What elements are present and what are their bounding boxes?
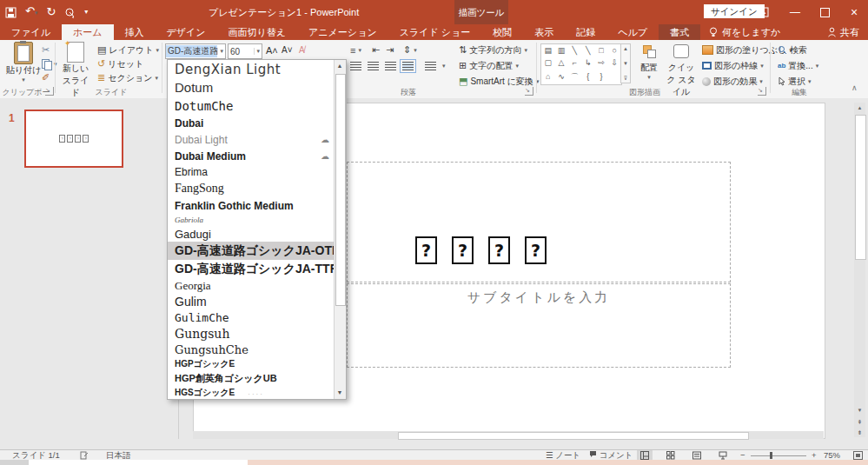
clear-formatting-button[interactable]: A̸ xyxy=(299,43,305,56)
scrollbar-thumb[interactable] xyxy=(335,74,346,306)
arrange-button[interactable]: 配置 ▾ xyxy=(634,42,664,81)
font-size-dropdown-arrow[interactable]: ▾ xyxy=(254,48,262,55)
font-list-item[interactable]: DengXian Light xyxy=(168,60,335,78)
share-button[interactable]: 共有 xyxy=(827,24,859,40)
decrease-indent-button[interactable]: ⇤ xyxy=(372,43,380,56)
line-spacing-button[interactable]: ⇕▾ xyxy=(403,43,417,56)
shape-icon[interactable]: } xyxy=(600,72,602,81)
gallery-more-icon[interactable]: ⊽ xyxy=(624,75,627,81)
shape-icon[interactable]: □ xyxy=(599,46,603,55)
align-text-button[interactable]: ⊞文字の配置▾ xyxy=(459,59,519,72)
shape-icon[interactable]: ╲ xyxy=(586,46,590,55)
font-list-item[interactable]: Gungsuh xyxy=(168,326,335,342)
tell-me-box[interactable]: 何をしますか xyxy=(700,24,789,40)
font-size-combobox[interactable]: 60 ▾ xyxy=(228,43,262,59)
font-list-item[interactable]: HGP創英角ゴシックUB xyxy=(168,371,335,386)
shape-effects-button[interactable]: 図形の効果▾ xyxy=(702,75,763,88)
increase-indent-button[interactable]: ⇥ xyxy=(386,43,394,56)
shrink-font-button[interactable]: A˅ xyxy=(282,43,293,56)
ribbon-tab[interactable]: ファイル xyxy=(0,24,62,40)
cut-button[interactable]: ✂ xyxy=(42,43,50,56)
ribbon-tab[interactable]: 画面切り替え xyxy=(217,24,298,40)
font-list-item[interactable]: DotumChe xyxy=(168,96,335,115)
shape-icon[interactable]: ╲ xyxy=(573,46,577,55)
minimize-button[interactable]: — xyxy=(784,0,806,24)
section-button[interactable]: ≣セクション▾ xyxy=(97,71,158,84)
shape-icon[interactable]: ○ xyxy=(613,46,617,55)
ribbon-tab[interactable]: デザイン xyxy=(156,24,217,40)
accessibility-checker-icon[interactable] xyxy=(80,450,89,460)
zoom-slider-handle[interactable] xyxy=(770,452,772,459)
font-list-item[interactable]: Franklin Gothic Medium xyxy=(168,197,335,214)
font-list-item[interactable]: Dubai Medium ☁ xyxy=(168,148,335,164)
shape-icon[interactable]: △ xyxy=(559,58,565,67)
numbering-button[interactable]: ≡▾ xyxy=(350,43,361,56)
align-right-button[interactable] xyxy=(385,62,396,70)
zoom-slider-track[interactable] xyxy=(751,455,806,456)
shape-icon[interactable]: ⌐ xyxy=(573,58,577,67)
scrollbar-up-icon[interactable]: ▲ xyxy=(335,60,345,72)
close-button[interactable]: × xyxy=(843,0,865,24)
drawing-dialog-launcher[interactable]: ↘ xyxy=(758,87,766,96)
ribbon-tab[interactable]: 挿入 xyxy=(114,24,156,40)
font-list-item[interactable]: Dotum xyxy=(168,78,335,96)
paragraph-dialog-launcher[interactable]: ↘ xyxy=(525,87,533,96)
gallery-up-icon[interactable]: ▲ xyxy=(623,46,628,51)
fit-to-window-button[interactable] xyxy=(853,450,863,460)
horizontal-scroll-thumb[interactable] xyxy=(398,432,749,440)
paste-button[interactable]: 貼り付け ▾ xyxy=(5,42,42,83)
redo-icon[interactable]: ↻ xyxy=(46,0,56,24)
undo-icon[interactable]: ↶▾ xyxy=(25,0,37,25)
layout-button[interactable]: ▤レイアウト▾ xyxy=(97,43,159,56)
font-list-item[interactable]: Georgia xyxy=(168,278,335,294)
ribbon-tab[interactable]: 記録 xyxy=(565,24,606,40)
font-list-item[interactable]: Ebrima xyxy=(168,164,335,180)
font-list-item[interactable]: GulimChe xyxy=(168,309,335,326)
ribbon-tab[interactable]: ホーム xyxy=(62,24,114,40)
font-list-item[interactable]: FangSong xyxy=(168,180,335,197)
font-list-item[interactable]: Gadugi xyxy=(168,226,335,242)
subtitle-placeholder[interactable]: サブタイトルを入力 xyxy=(347,283,731,368)
font-list-item[interactable]: GungsuhChe xyxy=(168,342,335,357)
font-list-item[interactable]: Gulim xyxy=(168,294,335,309)
font-list-item[interactable]: Dubai xyxy=(168,115,335,131)
ribbon-tab[interactable]: 書式 xyxy=(659,24,700,40)
justify-button[interactable] xyxy=(402,62,414,70)
ribbon-tab[interactable]: ヘルプ xyxy=(606,24,659,40)
shape-icon[interactable]: ∿ xyxy=(558,72,565,81)
ribbon-tab[interactable]: 表示 xyxy=(523,24,565,40)
font-list-item[interactable]: GD-高速道路ゴシックJA-OTF xyxy=(168,242,335,260)
maximize-button[interactable] xyxy=(813,0,836,24)
font-dropdown-scrollbar[interactable]: ▲ ▼ xyxy=(334,60,346,399)
slide-thumbnail[interactable]: ???? xyxy=(24,110,123,168)
ribbon-tab[interactable]: スライド ショー xyxy=(388,24,482,40)
scrollbar-down-icon[interactable]: ▼ xyxy=(335,387,345,399)
shape-icon[interactable]: ↳ xyxy=(585,58,592,67)
touch-mouse-mode-icon[interactable] xyxy=(64,7,76,18)
scroll-down-icon[interactable]: ▼ xyxy=(854,405,865,415)
horizontal-scrollbar[interactable] xyxy=(193,431,824,439)
select-button[interactable]: 選択▾ xyxy=(778,75,812,88)
replace-button[interactable]: ab 置換...▾ xyxy=(778,59,818,72)
next-slide-button[interactable]: ⇟ xyxy=(854,428,865,438)
font-list-item[interactable]: HGPゴシックE xyxy=(168,357,335,371)
shape-outline-button[interactable]: 図形の枠線▾ xyxy=(702,59,764,72)
font-list-item[interactable]: Dubai Light ☁ xyxy=(168,131,335,148)
save-icon[interactable] xyxy=(5,7,17,18)
shape-icon[interactable]: ▥ xyxy=(558,46,566,55)
ribbon-tab[interactable]: アニメーション xyxy=(297,24,388,40)
shape-icon[interactable]: ⌒ xyxy=(571,71,579,83)
font-name-combobox[interactable]: GD-高速道路ゴシ ▾ xyxy=(165,43,226,59)
font-list-item[interactable]: Gabriola xyxy=(168,214,335,226)
vertical-scrollbar[interactable]: ▲ ▼ ⇞ ⇟ xyxy=(854,103,865,437)
vertical-scroll-thumb[interactable] xyxy=(855,115,866,260)
title-placeholder[interactable]: ???? xyxy=(347,162,731,282)
grow-font-button[interactable]: A˄ xyxy=(266,43,278,56)
shape-icon[interactable]: ⌂ xyxy=(546,72,550,81)
scroll-up-icon[interactable]: ▲ xyxy=(854,103,865,113)
shapes-gallery-scrollbar[interactable]: ▲ ▼ ⊽ xyxy=(620,43,631,83)
dropdown-resize-grip[interactable]: ···· xyxy=(248,390,264,398)
shape-icon[interactable]: ⇩ xyxy=(612,58,619,67)
clipboard-dialog-launcher[interactable]: ↘ xyxy=(45,87,54,96)
text-direction-button[interactable]: ⇅文字列の方向▾ xyxy=(459,43,527,56)
